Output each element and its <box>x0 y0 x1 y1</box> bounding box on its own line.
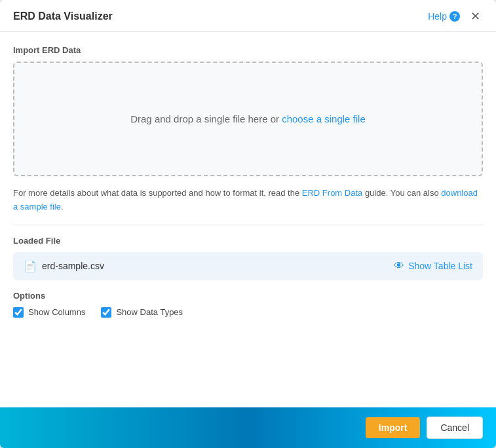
show-table-list-button[interactable]: 👁 Show Table List <box>394 260 472 272</box>
eye-icon: 👁 <box>394 260 404 272</box>
file-icon: 📄 <box>24 260 37 272</box>
help-icon: ? <box>449 11 460 22</box>
dropzone-text: Drag and drop a single file here or choo… <box>130 113 366 124</box>
modal-body: Import ERD Data Drag and drop a single f… <box>0 32 496 407</box>
divider-1 <box>13 225 483 225</box>
loaded-file-label: Loaded File <box>13 236 483 246</box>
import-section: Import ERD Data Drag and drop a single f… <box>13 45 483 214</box>
info-text: For more details about what data is supp… <box>13 187 483 214</box>
import-label: Import ERD Data <box>13 45 483 55</box>
help-link[interactable]: Help ? <box>428 11 460 22</box>
modal-footer: Import Cancel <box>0 407 496 448</box>
header-actions: Help ? ✕ <box>428 9 483 24</box>
show-table-label: Show Table List <box>408 261 472 271</box>
choose-file-link[interactable]: choose a single file <box>282 113 366 124</box>
options-section: Options Show Columns Show Data Types <box>13 291 483 318</box>
show-data-types-text: Show Data Types <box>116 307 183 317</box>
show-data-types-checkbox[interactable] <box>101 307 111 318</box>
help-label: Help <box>428 11 447 22</box>
erd-data-visualizer-modal: ERD Data Visualizer Help ? ✕ Import ERD … <box>0 0 496 448</box>
file-info: 📄 erd-sample.csv <box>24 260 104 272</box>
show-columns-label[interactable]: Show Columns <box>13 307 85 318</box>
file-row: 📄 erd-sample.csv 👁 Show Table List <box>13 252 483 280</box>
modal-header: ERD Data Visualizer Help ? ✕ <box>0 0 496 32</box>
checkboxes-row: Show Columns Show Data Types <box>13 307 483 318</box>
erd-from-data-link[interactable]: ERD From Data <box>302 188 362 198</box>
loaded-file-section: Loaded File 📄 erd-sample.csv 👁 Show Tabl… <box>13 236 483 280</box>
options-label: Options <box>13 291 483 301</box>
cancel-button[interactable]: Cancel <box>427 417 483 439</box>
file-name: erd-sample.csv <box>42 261 104 271</box>
import-button[interactable]: Import <box>366 417 421 438</box>
close-button[interactable]: ✕ <box>468 9 483 24</box>
show-columns-text: Show Columns <box>28 307 85 317</box>
show-columns-checkbox[interactable] <box>13 307 24 318</box>
show-data-types-label[interactable]: Show Data Types <box>101 307 183 318</box>
drop-zone[interactable]: Drag and drop a single file here or choo… <box>13 62 483 176</box>
modal-title: ERD Data Visualizer <box>13 10 113 22</box>
